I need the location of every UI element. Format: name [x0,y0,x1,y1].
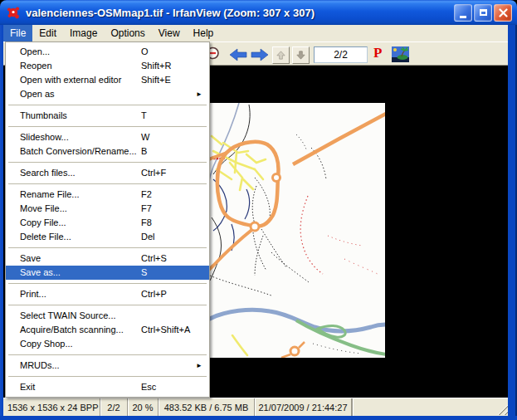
menu-item-save-as[interactable]: Save as...S [6,266,209,280]
menu-item-slideshow[interactable]: Slideshow...W [6,130,209,144]
maximize-icon [480,9,487,16]
menu-separator [6,101,209,109]
menu-item-shortcut: Shift+R [141,59,171,73]
menu-item-delete-file[interactable]: Delete File...Del [6,230,209,244]
menu-item-thumbnails[interactable]: ThumbnailsT [6,109,209,123]
menu-item-label: Slideshow... [20,130,69,144]
menu-item-label: MRUDs... [20,359,60,373]
menu-item-search-files[interactable]: Search files...Ctrl+F [6,166,209,180]
menu-item-shortcut: Ctrl+F [141,166,166,180]
menu-item-mruds[interactable]: MRUDs...► [6,359,209,373]
menu-separator [6,244,209,252]
menu-bar: FileEditImageOptionsViewHelp [3,25,508,42]
menu-item-label: Exit [20,380,35,394]
menu-item-shortcut: F7 [141,202,152,216]
submenu-arrow-icon: ► [196,87,202,101]
menu-item-label: Print... [20,287,46,301]
menu-item-open[interactable]: Open...O [6,45,209,59]
menu-item-shortcut: F8 [141,216,152,230]
irfanview-window: valenciennes-OSMmap1.tif - IrfanView (Zo… [0,0,517,420]
menubar-item-options[interactable]: Options [104,25,151,42]
status-segment-4: 483.52 KB / 6.75 MB [159,398,255,416]
menu-item-rename-file[interactable]: Rename File...F2 [6,188,209,202]
menu-item-label: Batch Conversion/Rename... [20,144,137,159]
menu-item-batch-conversion-rename[interactable]: Batch Conversion/Rename...B [6,144,209,159]
page-number-field[interactable] [314,46,368,63]
menu-item-label: Open as [20,87,55,101]
menubar-item-edit[interactable]: Edit [32,25,63,42]
menu-separator [6,301,209,309]
maximize-button[interactable] [474,4,492,22]
menu-item-label: Move File... [20,202,67,216]
menu-item-label: Open with external editor [20,73,121,87]
menu-item-shortcut: B [141,144,147,159]
minimize-button[interactable] [454,4,472,22]
menu-separator [6,180,209,188]
menubar-item-image[interactable]: Image [63,25,104,42]
close-icon [499,8,508,17]
menu-item-label: Search files... [20,166,76,180]
first-image-button[interactable] [272,46,290,64]
resize-grip[interactable] [497,404,508,415]
menu-item-shortcut: T [141,109,147,123]
title-bar: valenciennes-OSMmap1.tif - IrfanView (Zo… [0,0,517,25]
menu-item-shortcut: Ctrl+S [141,252,167,266]
menubar-item-file[interactable]: File [3,25,32,42]
menu-item-label: Rename File... [20,188,80,202]
menu-separator [6,351,209,359]
previous-image-icon[interactable] [228,48,248,61]
properties-image-icon[interactable] [392,46,409,62]
menu-separator [6,123,209,130]
menu-separator [6,159,209,166]
menu-item-shortcut: Ctrl+P [141,287,167,301]
menubar-item-view[interactable]: View [152,25,187,42]
menu-item-shortcut: Esc [141,380,156,394]
menu-item-open-as[interactable]: Open as► [6,87,209,101]
status-segment-5: 21/07/2009 / 21:44:27 [255,398,352,416]
menu-item-label: Open... [20,45,50,59]
status-segment-6 [352,398,353,416]
menu-item-acquire-batch-scanning[interactable]: Acquire/Batch scanning...Ctrl+Shift+A [6,323,209,337]
status-segment-3: 20 % [128,398,159,416]
window-border-right [508,25,517,420]
menu-item-label: Acquire/Batch scanning... [20,323,124,337]
down-arrow-icon [295,49,307,61]
paint-dialog-button[interactable]: P [373,45,382,61]
menu-item-label: Select TWAIN Source... [20,309,116,323]
menu-item-copy-shop[interactable]: Copy Shop... [6,337,209,351]
menu-item-select-twain-source[interactable]: Select TWAIN Source... [6,309,209,323]
menu-item-label: Copy File... [20,216,66,230]
last-image-button[interactable] [292,46,310,64]
up-arrow-icon [275,49,287,61]
next-image-icon[interactable] [250,48,270,61]
menu-item-copy-file[interactable]: Copy File...F8 [6,216,209,230]
status-segment-2: 2/2 [100,398,128,416]
menu-item-shortcut: Shift+E [141,73,171,87]
menu-item-label: Save [20,252,41,266]
menu-item-print[interactable]: Print...Ctrl+P [6,287,209,301]
menu-item-move-file[interactable]: Move File...F7 [6,202,209,216]
menu-item-exit[interactable]: ExitEsc [6,380,209,394]
menu-item-shortcut: Ctrl+Shift+A [141,323,190,337]
menu-item-shortcut: Del [141,230,155,244]
menu-item-shortcut: O [141,45,149,59]
menu-item-save[interactable]: SaveCtrl+S [6,252,209,266]
minimize-icon [460,16,466,18]
menu-item-label: Reopen [20,59,52,73]
menu-item-shortcut: S [141,266,147,280]
menu-item-open-with-external-editor[interactable]: Open with external editorShift+E [6,73,209,87]
status-bar: 1536 x 1536 x 24 BPP2/220 %483.52 KB / 6… [3,398,508,416]
menu-item-reopen[interactable]: ReopenShift+R [6,59,209,73]
menu-item-label: Save as... [20,266,61,280]
menu-item-label: Thumbnails [20,109,67,123]
menu-item-label: Delete File... [20,230,71,244]
window-border-left [0,25,3,420]
irfanview-app-icon[interactable] [6,5,21,20]
menu-item-shortcut: F2 [141,188,152,202]
menu-separator [6,373,209,380]
close-button[interactable] [494,4,512,22]
submenu-arrow-icon: ► [196,359,202,373]
file-menu: Open...OReopenShift+ROpen with external … [5,42,210,398]
status-segment-1: 1536 x 1536 x 24 BPP [3,398,100,416]
menubar-item-help[interactable]: Help [187,25,221,42]
